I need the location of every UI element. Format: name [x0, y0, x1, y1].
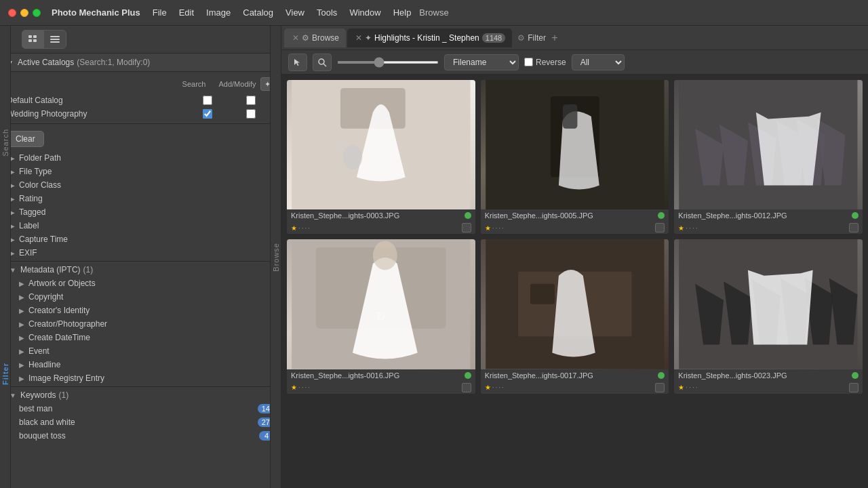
star-filled: ★ [678, 224, 684, 232]
filter-artwork[interactable]: ▶ Artwork or Objects [0, 277, 281, 290]
cursor-tool-button[interactable] [288, 54, 307, 71]
photo-cell-2[interactable]: Kristen_Stephe...ights-0012.JPG★···· [674, 80, 863, 234]
default-search-checkbox[interactable] [203, 96, 212, 105]
filter-create-datetime[interactable]: ▶ Create DateTime [0, 331, 281, 344]
filter-label[interactable]: ▶ Label [0, 219, 281, 232]
photo-rating-box-0[interactable] [462, 223, 471, 232]
filter-label: File Type [19, 167, 52, 176]
star-empty: · [492, 384, 494, 391]
menu-catalog[interactable]: Catalog [237, 6, 279, 19]
filter-headline[interactable]: ▶ Headline [0, 358, 281, 371]
tab-close-highlights[interactable]: ✕ [355, 33, 362, 43]
photo-rating-box-1[interactable] [655, 223, 665, 232]
star-filled: ★ [291, 224, 297, 232]
filter-keywords[interactable]: ▼ Keywords (1) [0, 388, 281, 402]
filter-capture-time[interactable]: ▶ Capture Time [0, 232, 281, 246]
star-empty: · [692, 384, 694, 391]
filter-tagged[interactable]: ▶ Tagged [0, 205, 281, 219]
filter-creators-identity[interactable]: ▶ Creator's Identity [0, 304, 281, 317]
browse-toolbar: Filename Date Rating Size Reverse All Ra… [281, 50, 868, 75]
divider [0, 261, 281, 262]
photo-cell-1[interactable]: Kristen_Stephe...ights-0005.JPG★···· [481, 80, 669, 234]
catalog-name-wedding: Wedding Photography [7, 109, 187, 119]
filter-file-type[interactable]: ▶ File Type [0, 165, 281, 178]
photo-stars-5[interactable]: ★···· [678, 384, 697, 391]
filter-keyword-bouquet[interactable]: bouquet toss 4 [0, 429, 281, 443]
star-filled: ★ [678, 384, 684, 391]
menu-edit[interactable]: Edit [174, 6, 199, 19]
photo-cell-3[interactable]: ↻Kristen_Stephe...ights-0016.JPG★···· [287, 239, 475, 393]
tab-browse[interactable]: ✕ ⚙ Browse [284, 28, 346, 47]
new-tab-button[interactable]: + [547, 30, 562, 45]
star-empty: · [686, 384, 688, 391]
filter-tab-label[interactable]: Filter [528, 33, 546, 43]
menu-bar: Photo Mechanic Plus File Edit Image Cata… [52, 6, 860, 19]
filter-metadata-iptc[interactable]: ▼ Metadata (IPTC) (1) [0, 263, 281, 277]
filter-label: Event [28, 346, 50, 356]
photo-cell-0[interactable]: Kristen_Stephe...ights-0003.JPG★···· [287, 80, 475, 234]
wedding-addmodify-checkbox[interactable] [246, 109, 256, 119]
filter-all-select[interactable]: All Rated Tagged [572, 54, 625, 70]
catalog-name-default: Default Catalog [7, 96, 187, 105]
reverse-label[interactable]: Reverse [524, 58, 566, 67]
grid-view-button[interactable] [22, 30, 44, 48]
close-button[interactable] [8, 9, 16, 17]
filter-image-registry[interactable]: ▶ Image Registry Entry [0, 371, 281, 385]
filter-folder-path[interactable]: ▶ Folder Path [0, 151, 281, 165]
photo-footer-3: Kristen_Stephe...ights-0016.JPG [287, 369, 475, 382]
filter-keyword-blackwhite[interactable]: black and white 27 [0, 415, 281, 429]
menu-image[interactable]: Image [201, 6, 236, 19]
menu-help[interactable]: Help [388, 6, 417, 19]
photo-rating-box-5[interactable] [849, 383, 859, 392]
filter-creator-photographer[interactable]: ▶ Creator/Photographer [0, 317, 281, 331]
photo-cell-5[interactable]: Kristen_Stephe...ights-0023.JPG★···· [674, 239, 863, 393]
photo-stars-1[interactable]: ★···· [485, 224, 504, 232]
title-bar: Photo Mechanic Plus File Edit Image Cata… [0, 0, 868, 26]
filter-color-class[interactable]: ▶ Color Class [0, 178, 281, 192]
filter-section: Clear ▶ Folder Path ▶ File Type ▶ Color … [0, 124, 281, 488]
search-vert-label[interactable]: Search [0, 123, 11, 162]
sidebar-vert-labels: Search Filter [0, 26, 11, 488]
menu-view[interactable]: View [280, 6, 310, 19]
zoom-slider[interactable] [337, 61, 439, 64]
star-empty: · [696, 224, 698, 232]
star-empty: · [495, 224, 497, 232]
photo-cell-4[interactable]: Kristen_Stephe...ights-0017.JPG★···· [481, 239, 669, 393]
photo-stars-4[interactable]: ★···· [485, 384, 504, 391]
photo-stars-3[interactable]: ★···· [291, 384, 310, 391]
active-catalogs-label: Active Catalogs [18, 58, 74, 67]
photo-rating-box-4[interactable] [655, 383, 665, 392]
filter-copyright[interactable]: ▶ Copyright [0, 290, 281, 304]
active-catalogs-header[interactable]: ▼ Active Catalogs (Search:1, Modify:0) [0, 54, 281, 72]
filter-keyword-bestman[interactable]: best man 14 [0, 402, 281, 415]
search-tool-button[interactable] [313, 54, 332, 71]
star-empty: · [502, 224, 504, 232]
sort-select[interactable]: Filename Date Rating Size [444, 54, 519, 70]
clear-button[interactable]: Clear [7, 131, 44, 147]
filter-exif[interactable]: ▶ EXIF [0, 246, 281, 260]
menu-tools[interactable]: Tools [311, 6, 342, 19]
list-view-button[interactable] [44, 30, 66, 48]
photo-stars-2[interactable]: ★···· [678, 224, 697, 232]
default-addmodify-checkbox[interactable] [246, 96, 256, 105]
arrow-icon: ▶ [19, 307, 24, 314]
photo-rating-0: ★···· [287, 222, 475, 234]
photo-rating-box-3[interactable] [462, 383, 471, 392]
wedding-search-checkbox[interactable] [203, 109, 212, 119]
filter-rating[interactable]: ▶ Rating [0, 192, 281, 205]
star-empty: · [305, 384, 307, 391]
tab-close-browse[interactable]: ✕ [292, 33, 299, 43]
minimize-button[interactable] [20, 9, 28, 17]
menu-window[interactable]: Window [344, 6, 386, 19]
photo-stars-0[interactable]: ★···· [291, 224, 310, 232]
tab-highlights[interactable]: ✕ ✦ Highlights - Kristin _ Stephen 1148 [347, 28, 512, 47]
reverse-checkbox[interactable] [524, 58, 533, 66]
menu-file[interactable]: File [147, 6, 172, 19]
sidebar-toolbar [0, 26, 281, 54]
star-empty: · [498, 224, 500, 232]
maximize-button[interactable] [33, 9, 41, 17]
filter-vert-label[interactable]: Filter [0, 357, 11, 390]
photo-rating-box-2[interactable] [849, 223, 859, 232]
filter-event[interactable]: ▶ Event [0, 344, 281, 358]
browse-vert-label[interactable]: Browse [272, 243, 280, 272]
